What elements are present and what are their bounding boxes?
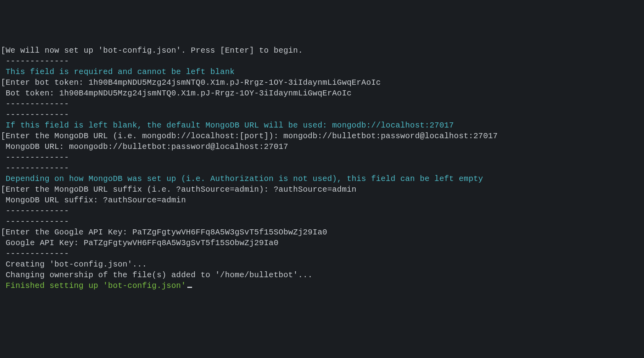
terminal-line: ------------- — [1, 99, 643, 109]
terminal-line: ------------- — [1, 163, 643, 173]
terminal-line: Google API Key: PaTZgFgtywVH6FFq8A5W3gSv… — [1, 238, 643, 248]
terminal-line: Finished setting up 'bot-config.json' — [1, 280, 643, 291]
terminal-line: MongoDB URL: moongodb://bulletbot:passwo… — [1, 141, 643, 152]
terminal-line: ------------- — [1, 248, 643, 259]
terminal-line: ------------- — [1, 56, 643, 67]
terminal-line: ------------- — [1, 206, 643, 216]
terminal-line: ------------- — [1, 152, 643, 163]
terminal-line: [Enter the Google API Key: PaTZgFgtywVH6… — [1, 227, 643, 238]
terminal-line: [Enter bot token: 1h90B4mpNDU5Mzg24jsmNT… — [1, 77, 643, 88]
terminal-line: Changing ownership of the file(s) added … — [1, 270, 643, 280]
terminal-line: [Enter the MongoDB URL (i.e. mongodb://l… — [1, 131, 643, 141]
terminal-line: ------------- — [1, 109, 643, 120]
terminal-line: Depending on how MongoDB was set up (i.e… — [1, 173, 643, 184]
terminal-line: Bot token: 1h90B4mpNDU5Mzg24jsmNTQ0.X1m.… — [1, 88, 643, 99]
terminal-line: This field is required and cannot be lef… — [1, 67, 643, 77]
terminal-line: MongoDB URL suffix: ?authSource=admin — [1, 195, 643, 206]
terminal-line: If this field is left blank, the default… — [1, 120, 643, 131]
terminal-line: [We will now set up 'bot-config.json'. P… — [1, 45, 643, 56]
cursor — [187, 287, 192, 288]
terminal-line: [Enter the MongoDB URL suffix (i.e. ?aut… — [1, 184, 643, 195]
terminal-output[interactable]: [We will now set up 'bot-config.json'. P… — [1, 45, 643, 291]
terminal-line: ------------- — [1, 216, 643, 227]
terminal-line: Creating 'bot-config.json'... — [1, 259, 643, 270]
